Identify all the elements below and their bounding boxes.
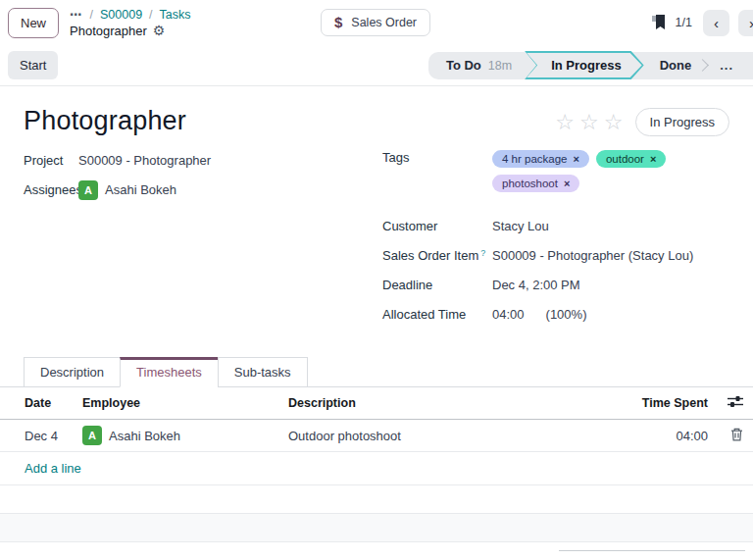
gear-icon[interactable]: ⚙ bbox=[153, 24, 166, 38]
sales-order-item-value[interactable]: S00009 - Photographer (Stacy Lou) bbox=[492, 248, 693, 263]
stage-done[interactable]: Done bbox=[648, 53, 698, 77]
field-assignees: Assignees A Asahi Bokeh bbox=[24, 179, 382, 200]
allocated-time-percent: (100%) bbox=[546, 307, 587, 322]
breadcrumb: ⋯ / S00009 / Tasks Photographer ⚙ bbox=[70, 8, 191, 38]
tag-pill[interactable]: photoshoot × bbox=[492, 175, 579, 192]
tags-label: Tags bbox=[382, 150, 492, 165]
column-header-description[interactable]: Description bbox=[284, 387, 635, 420]
breadcrumb-current-record: Photographer bbox=[70, 24, 147, 38]
sales-order-item-label: Sales Order Item? bbox=[382, 248, 492, 263]
delete-row-trash-icon[interactable] bbox=[730, 428, 743, 441]
sales-order-button-label: Sales Order bbox=[351, 16, 417, 29]
field-tags: Tags 4 hr package × outdoor × photoshoot… bbox=[382, 150, 729, 192]
tag-label: 4 hr package bbox=[502, 153, 568, 165]
add-a-line-link[interactable]: Add a line bbox=[0, 452, 753, 485]
tab-timesheets[interactable]: Timesheets bbox=[120, 357, 219, 387]
notebook-tabs: Description Timesheets Sub-tasks bbox=[0, 357, 753, 387]
assignee-avatar[interactable]: A bbox=[78, 180, 98, 200]
stage-todo[interactable]: To Do 18m bbox=[434, 53, 518, 77]
page-title[interactable]: Photographer bbox=[24, 106, 186, 136]
tag-remove-icon[interactable]: × bbox=[564, 178, 570, 189]
customer-value[interactable]: Stacy Lou bbox=[492, 219, 549, 233]
chevron-right-icon bbox=[696, 59, 709, 72]
help-icon[interactable]: ? bbox=[480, 248, 485, 258]
status-badge: In Progress bbox=[635, 108, 729, 136]
project-value[interactable]: S00009 - Photographer bbox=[78, 153, 211, 168]
cell-time-spent[interactable]: 04:00 bbox=[635, 420, 712, 452]
optional-columns-icon[interactable] bbox=[728, 395, 743, 408]
pager-count: 1/1 bbox=[676, 16, 692, 29]
tag-pill[interactable]: 4 hr package × bbox=[492, 150, 589, 168]
allocated-time-value[interactable]: 04:00 bbox=[492, 307, 525, 322]
tag-remove-icon[interactable]: × bbox=[574, 153, 579, 165]
stage-todo-label: To Do bbox=[446, 58, 481, 73]
star-icon[interactable]: ☆ bbox=[579, 112, 599, 133]
tag-label: photoshoot bbox=[502, 178, 558, 189]
tag-remove-icon[interactable]: × bbox=[650, 153, 656, 165]
breadcrumb-link-tasks[interactable]: Tasks bbox=[160, 8, 191, 23]
form-sheet: Photographer ☆ ☆ ☆ In Progress Project S… bbox=[0, 86, 753, 333]
stage-done-label: Done bbox=[660, 58, 692, 73]
stage-more-button[interactable]: ... bbox=[716, 53, 749, 77]
stage-pipeline: To Do 18m In Progress Done ... bbox=[428, 52, 753, 79]
employee-name: Asahi Bokeh bbox=[109, 429, 180, 443]
tag-label: outdoor bbox=[606, 153, 644, 165]
field-allocated-time: Allocated Time 04:00 (100%) bbox=[382, 304, 729, 325]
field-customer: Customer Stacy Lou bbox=[382, 216, 729, 236]
table-footer-area: Time Spent: 04:00 Time Remaining? : 00:0… bbox=[0, 542, 753, 560]
breadcrumb-link-sale-order[interactable]: S00009 bbox=[100, 8, 142, 23]
dollar-icon: $ bbox=[334, 17, 342, 28]
star-icon[interactable]: ☆ bbox=[604, 112, 624, 133]
column-header-employee[interactable]: Employee bbox=[78, 387, 284, 420]
pager-next-button[interactable]: › bbox=[738, 10, 753, 36]
deadline-value[interactable]: Dec 4, 2:00 PM bbox=[492, 278, 580, 292]
cell-date[interactable]: Dec 4 bbox=[0, 420, 78, 452]
top-control-bar: New ⋯ / S00009 / Tasks Photographer ⚙ $ … bbox=[0, 0, 753, 45]
add-a-line-row: Add a line bbox=[0, 452, 753, 485]
cell-description[interactable]: Outdoor photoshoot bbox=[284, 420, 635, 452]
priority-stars: ☆ ☆ ☆ bbox=[555, 112, 623, 133]
empty-table-row bbox=[0, 485, 753, 514]
table-header-row: Date Employee Description Time Spent bbox=[0, 387, 753, 420]
customer-label: Customer bbox=[382, 219, 492, 233]
project-label: Project bbox=[24, 153, 78, 168]
cell-employee[interactable]: A Asahi Bokeh bbox=[82, 426, 280, 445]
field-sales-order-item: Sales Order Item? S00009 - Photographer … bbox=[382, 245, 729, 266]
timesheet-table: Date Employee Description Time Spent Dec… bbox=[0, 387, 753, 542]
tab-description[interactable]: Description bbox=[24, 357, 121, 387]
stage-in-progress-label: In Progress bbox=[527, 53, 642, 77]
timesheet-row[interactable]: Dec 4 A Asahi Bokeh Outdoor photoshoot 0… bbox=[0, 420, 753, 452]
deadline-label: Deadline bbox=[382, 278, 492, 292]
bookmark-icon[interactable] bbox=[652, 15, 667, 30]
breadcrumb-separator: / bbox=[149, 8, 152, 23]
assignees-label: Assignees bbox=[24, 182, 78, 197]
breadcrumb-separator: / bbox=[90, 8, 93, 23]
allocated-time-label: Allocated Time bbox=[382, 307, 492, 322]
stage-todo-duration: 18m bbox=[488, 59, 512, 73]
status-bar: Start To Do 18m In Progress Done ... bbox=[0, 45, 753, 86]
new-button[interactable]: New bbox=[8, 8, 59, 38]
column-header-date[interactable]: Date bbox=[0, 387, 78, 420]
stage-in-progress[interactable]: In Progress bbox=[525, 51, 644, 79]
breadcrumb-overflow-button[interactable]: ⋯ bbox=[70, 8, 83, 23]
employee-avatar: A bbox=[82, 426, 102, 445]
field-project: Project S00009 - Photographer bbox=[24, 150, 382, 171]
star-icon[interactable]: ☆ bbox=[555, 112, 575, 133]
empty-table-row bbox=[0, 514, 753, 542]
pager-previous-button[interactable]: ‹ bbox=[703, 10, 729, 36]
assignee-name[interactable]: Asahi Bokeh bbox=[105, 182, 176, 197]
tag-pill[interactable]: outdoor × bbox=[596, 150, 666, 168]
column-header-time-spent[interactable]: Time Spent bbox=[635, 387, 712, 420]
start-timer-button[interactable]: Start bbox=[8, 51, 58, 79]
field-deadline: Deadline Dec 4, 2:00 PM bbox=[382, 275, 729, 295]
time-summary: Time Spent: 04:00 Time Remaining? : 00:0… bbox=[559, 550, 745, 560]
sales-order-smart-button[interactable]: $ Sales Order bbox=[321, 9, 430, 36]
tab-sub-tasks[interactable]: Sub-tasks bbox=[218, 357, 308, 387]
